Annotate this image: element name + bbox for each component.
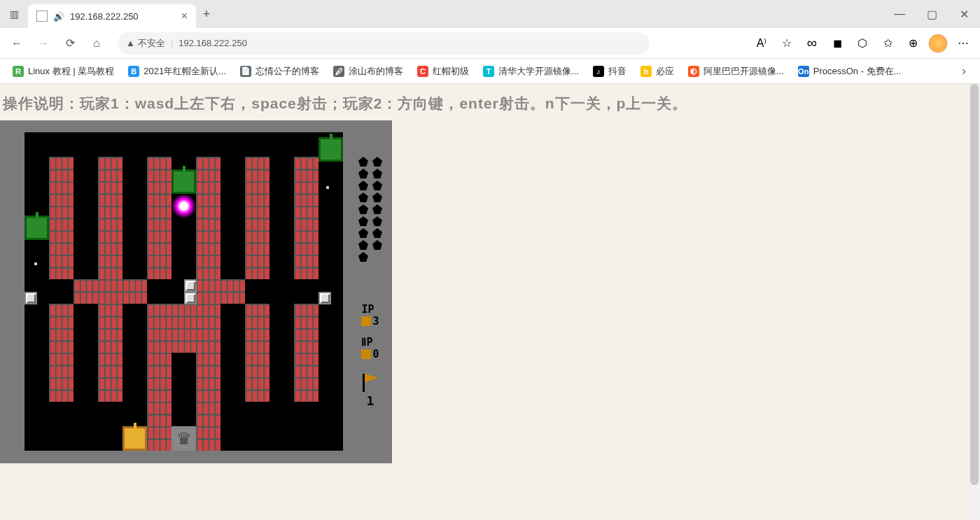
brick [294, 230, 318, 255]
home-button[interactable]: ⌂ [85, 32, 108, 55]
bookmark-item[interactable]: B2021年红帽全新认... [122, 62, 232, 80]
brick [98, 157, 122, 181]
bookmark-favicon-icon: 🖊 [333, 66, 344, 77]
audio-icon[interactable]: 🔊 [53, 11, 64, 22]
bookmark-label: Linux 教程 | 菜鸟教程 [28, 65, 114, 78]
player2-label: ⅡP [361, 337, 379, 349]
enemy-remaining-icon [358, 157, 368, 167]
bookmark-favicon-icon: b [640, 66, 652, 77]
bookmark-item[interactable]: ◐阿里巴巴开源镜像... [682, 62, 790, 80]
brick [245, 206, 270, 230]
forward-button[interactable]: → [32, 32, 55, 55]
brick [245, 328, 270, 353]
security-warning-icon[interactable]: ▲ 不安全 [126, 37, 165, 50]
tab-close-button[interactable]: × [181, 10, 188, 22]
bookmark-label: 抖音 [608, 65, 626, 78]
eagle: ♛ [172, 426, 196, 451]
tab-manager-icon[interactable]: ▥ [0, 8, 28, 20]
game-container[interactable]: ♛ IP 3 ⅡP 0 1 [0, 120, 392, 463]
bullet [34, 262, 37, 265]
brick [147, 206, 172, 230]
profile-avatar[interactable] [927, 32, 949, 55]
window-minimize-button[interactable]: — [883, 3, 916, 25]
bookmark-item[interactable]: ♪抖音 [587, 62, 632, 80]
bookmark-label: 涂山布的博客 [349, 65, 403, 78]
favorite-icon[interactable]: ☆ [776, 32, 798, 55]
evernote-icon[interactable]: ◼ [826, 32, 848, 55]
brick [196, 255, 220, 279]
playfield[interactable]: ♛ [24, 132, 343, 451]
new-tab-button[interactable]: + [196, 7, 217, 22]
brick [98, 377, 122, 402]
brick [172, 328, 196, 353]
refresh-button[interactable]: ⟳ [59, 32, 81, 55]
enemy-remaining-icon [372, 204, 382, 214]
window-maximize-button[interactable]: ▢ [916, 3, 948, 25]
collections-icon[interactable]: ⊕ [902, 32, 924, 55]
back-button[interactable]: ← [6, 32, 28, 55]
browser-tab[interactable]: 🔊 192.168.222.250 × [28, 4, 196, 28]
brick [294, 304, 318, 328]
bookmark-item[interactable]: 🖊涂山布的博客 [328, 62, 409, 80]
enemy-remaining-icon [358, 181, 368, 190]
bookmark-item[interactable]: b必应 [635, 62, 680, 80]
brick [294, 353, 318, 377]
brick [172, 304, 196, 328]
scrollbar-thumb[interactable] [970, 84, 979, 485]
enemy-remaining-icon [358, 192, 368, 202]
tab-title: 192.168.222.250 [70, 11, 139, 22]
enemy-remaining-icon [358, 216, 368, 226]
brick [196, 230, 220, 255]
steel [24, 292, 37, 304]
enemy-remaining-icon [358, 240, 368, 250]
brick [245, 157, 270, 181]
bookmark-favicon-icon: C [417, 66, 428, 77]
brick [147, 328, 172, 353]
enemy-remaining-icon [358, 252, 368, 262]
life-icon [361, 316, 371, 326]
bookmark-item[interactable]: T清华大学开源镜像... [477, 62, 584, 80]
address-bar[interactable]: ▲ 不安全 | 192.168.222.250 [118, 32, 650, 55]
steel [318, 292, 331, 304]
brick [196, 377, 220, 402]
bookmark-item[interactable]: 📄忘情公子的博客 [234, 62, 325, 80]
brick [98, 230, 122, 255]
brick [294, 377, 318, 402]
enemy-remaining-icon [372, 157, 382, 167]
favorites-bar-icon[interactable]: ✩ [876, 32, 899, 55]
brick [245, 377, 270, 402]
brick [98, 279, 122, 304]
instructions-text: 操作说明：玩家1：wasd上左下右，space射击；玩家2：方向键，enter射… [0, 84, 980, 120]
steel [184, 279, 197, 292]
vertical-scrollbar[interactable] [969, 84, 980, 520]
bookmark-item[interactable]: C红帽初级 [412, 62, 475, 80]
brick [294, 328, 318, 353]
read-aloud-icon[interactable]: A⁾ [750, 32, 773, 55]
brick [49, 304, 74, 328]
bookmark-item[interactable]: RLinux 教程 | 菜鸟教程 [7, 62, 120, 80]
brick [98, 353, 122, 377]
brick [49, 377, 74, 402]
life-icon [361, 349, 371, 359]
stage-flag-icon [361, 374, 379, 388]
window-close-button[interactable]: ✕ [948, 3, 980, 25]
enemy-remaining-icon [372, 169, 382, 178]
tank-enemy [318, 137, 343, 162]
player1-lives-value: 3 [372, 316, 379, 328]
brick [196, 181, 220, 206]
bookmark-favicon-icon: B [128, 66, 139, 77]
bookmark-item[interactable]: OnProcessOn - 免费在... [792, 62, 907, 80]
enemy-remaining-icon [372, 228, 382, 238]
brick [122, 279, 147, 304]
security-label: 不安全 [138, 37, 165, 50]
brick [49, 353, 74, 377]
infinity-icon[interactable]: ∞ [801, 32, 823, 55]
bookmarks-overflow-button[interactable]: › [955, 64, 973, 78]
bookmark-favicon-icon: 📄 [240, 66, 251, 77]
extension-icon[interactable]: ⬡ [851, 32, 874, 55]
brick [49, 230, 74, 255]
enemy-remaining-icon [372, 192, 382, 202]
more-menu-button[interactable]: ⋯ [952, 32, 974, 55]
enemy-counter-grid [358, 157, 382, 262]
brick [147, 181, 172, 206]
